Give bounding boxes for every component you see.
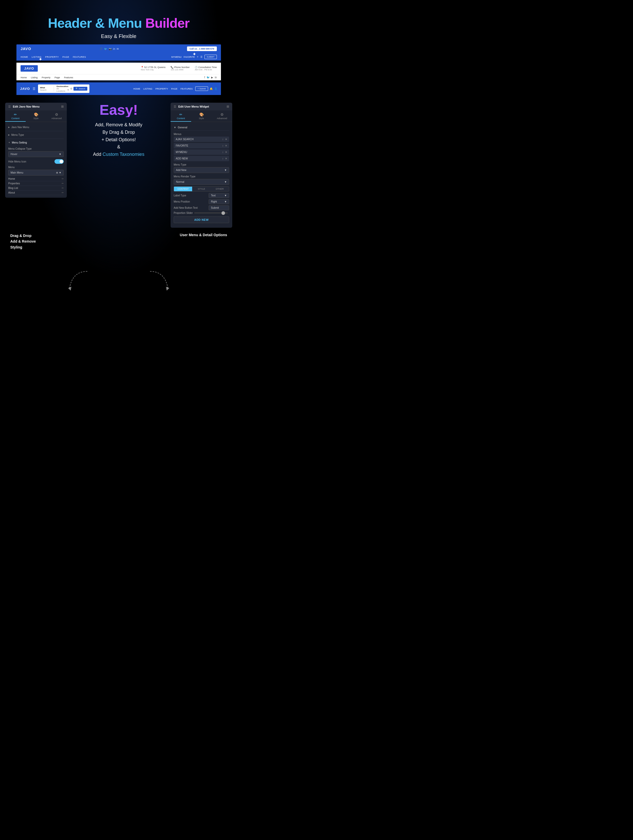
preview2-social: f🐦▶in bbox=[204, 76, 217, 79]
preview3-search-bar: What Search Geolocation All Locations ▼ … bbox=[38, 84, 89, 93]
left-panel-tabs: ✏ Content 🎨 Style ⚙ Advanced bbox=[5, 111, 67, 122]
left-panel-body: ▶ Javo Nav Menu ▶ Menu Type ▼ Menu Setti… bbox=[5, 122, 67, 198]
menu-select[interactable]: Main Menu ⊗ ▼ bbox=[8, 170, 64, 175]
hide-menu-label: Hide Menu Icon bbox=[8, 160, 26, 163]
right-panel-title: Edit User Menu Widget bbox=[178, 105, 209, 108]
delete-icon[interactable]: ✕ bbox=[225, 151, 227, 153]
hide-menu-toggle-row: Hide Menu Icon bbox=[8, 159, 64, 164]
content-tab[interactable]: CONTENT bbox=[174, 186, 192, 191]
preview1-logo: JAVO bbox=[21, 47, 31, 51]
tab-advanced-left[interactable]: ⚙ Advanced bbox=[46, 111, 67, 122]
tab-content-left[interactable]: ✏ Content bbox=[5, 111, 26, 122]
hero-subtitle: Easy & Flexible bbox=[5, 33, 232, 39]
preview1-phone: Call us . 1-888-589-579 bbox=[187, 46, 217, 51]
svg-marker-1 bbox=[166, 287, 169, 291]
reorder-icon[interactable]: ↕ bbox=[222, 138, 223, 141]
tab-style-right[interactable]: 🎨 Style bbox=[191, 111, 212, 122]
edit-icon[interactable]: ✏ bbox=[62, 177, 64, 180]
content-style-tabs: CONTENT STYLE OTHER bbox=[174, 186, 229, 191]
preview1-social: 🎵🐦📷in✉ bbox=[100, 47, 119, 51]
right-widget-panel: ☰ Edit User Menu Widget ⊞ ✏ Content 🎨 St… bbox=[171, 103, 232, 228]
section-menu-setting[interactable]: ▼ Menu Setting bbox=[8, 140, 64, 145]
menu-position-row: Menu Position Right ▼ bbox=[174, 199, 229, 204]
hero-title-blue: Header & Menu bbox=[48, 16, 142, 30]
menu-type-label: Menu Type bbox=[174, 163, 229, 166]
right-panel-icons: ⊞ bbox=[226, 105, 229, 108]
delete-icon[interactable]: ✕ bbox=[225, 144, 227, 147]
menu-entry-ajax: AJAX SEARCH ↕ ✕ bbox=[174, 137, 229, 142]
style-tab[interactable]: STYLE bbox=[192, 186, 210, 191]
preview3-submit-btn[interactable]: + Submit bbox=[195, 87, 208, 91]
right-panel-header: ☰ Edit User Menu Widget ⊞ bbox=[171, 103, 232, 111]
add-new-button-text-row: Add New Button Text Submit bbox=[174, 205, 229, 210]
label-type-row: Label Type Text ▼ bbox=[174, 193, 229, 198]
reorder-icon[interactable]: ↕ bbox=[222, 151, 223, 153]
preview2-logo: JAVO bbox=[21, 65, 38, 72]
general-section-header: ▼ General bbox=[174, 125, 229, 131]
star-decoration-left: ✦ bbox=[38, 57, 43, 62]
grid-icon-right[interactable]: ⊞ bbox=[226, 105, 229, 108]
hero-title-pink: Builder bbox=[145, 16, 189, 30]
bottom-label-right: User Menu & Detail Options bbox=[180, 233, 227, 250]
menu-entry-addnew: ADD NEW ↕ ✕ bbox=[174, 156, 229, 161]
right-panel-body: ▼ General Menus AJAX SEARCH ↕ ✕ FAVORITE bbox=[171, 122, 232, 228]
menu-item-bloglist: Blog List ✏ bbox=[8, 186, 64, 191]
menu-items-list: Home ✏ Properties ✏ Blog List ✏ About ✏ bbox=[8, 177, 64, 195]
delete-icon[interactable]: ✕ bbox=[225, 138, 227, 141]
right-panel-tabs: ✏ Content 🎨 Style ⚙ Advanced bbox=[171, 111, 232, 122]
left-panel-header: ☰ Edit Javo Nav Menu ⊞ bbox=[5, 103, 67, 111]
edit-icon[interactable]: ✏ bbox=[62, 191, 64, 194]
menu-render-type-select[interactable]: Normal ▼ bbox=[174, 179, 229, 185]
page-wrapper: Header & Menu Builder Easy & Flexible JA… bbox=[0, 0, 237, 315]
preview-header-3: JAVO ☰ What Search Geolocation All Locat… bbox=[16, 82, 221, 95]
svg-marker-0 bbox=[68, 287, 71, 291]
left-panel-icons: ⊞ bbox=[61, 105, 64, 108]
hamburger-icon: ☰ bbox=[33, 87, 35, 91]
delete-icon[interactable]: ✕ bbox=[225, 157, 227, 160]
menu-render-type-label: Menu Render Type bbox=[174, 175, 229, 178]
preview2-nav: Home Listing Property Page Features bbox=[21, 76, 73, 79]
preview1-nav: HOME LISTING PROPERTY PAGE FEATURES bbox=[21, 56, 86, 58]
add-new-btn-input[interactable]: Submit bbox=[209, 205, 229, 210]
reorder-icon[interactable]: ↕ bbox=[222, 157, 223, 160]
preview3-search-btn[interactable]: 🔍 Search bbox=[73, 87, 87, 91]
preview3-icons: + Submit 🔔 👤 bbox=[195, 87, 217, 91]
preview-header-2: JAVO 📍 52 177th St, Queens New York City… bbox=[16, 63, 221, 81]
content-tab-icon: ✏ bbox=[14, 112, 17, 117]
section-menu-type[interactable]: ▶ Menu Type bbox=[8, 132, 64, 137]
preview-header-1: JAVO 🎵🐦📷in✉ Call us . 1-888-589-579 HOME… bbox=[16, 44, 221, 61]
left-panel-title: Edit Javo Nav Menu bbox=[13, 105, 40, 108]
add-new-button[interactable]: ADD NEW bbox=[174, 216, 229, 223]
tab-content-right[interactable]: ✏ Content bbox=[171, 111, 191, 122]
proportion-slider[interactable] bbox=[194, 213, 228, 213]
grid-icon[interactable]: ⊞ bbox=[61, 105, 64, 108]
widgets-section: ☰ Edit Javo Nav Menu ⊞ ✏ Content 🎨 Style… bbox=[5, 103, 232, 228]
proportion-slider-row: Proportion Slider bbox=[174, 212, 229, 214]
tab-style-left[interactable]: 🎨 Style bbox=[26, 111, 46, 122]
tab-advanced-right[interactable]: ⚙ Advanced bbox=[212, 111, 232, 122]
menu-entry-favorite: FAVORITE ↕ ✕ bbox=[174, 143, 229, 148]
edit-icon[interactable]: ✏ bbox=[62, 186, 64, 189]
preview1-submit-btn[interactable]: SUBMIT bbox=[204, 55, 217, 59]
section-javo-nav-menu[interactable]: ▶ Javo Nav Menu bbox=[8, 125, 64, 130]
menu-position-select[interactable]: Right ▼ bbox=[209, 199, 229, 204]
menu-entries-list: AJAX SEARCH ↕ ✕ FAVORITE ↕ ✕ bbox=[174, 137, 229, 161]
menu-label: Menu bbox=[8, 166, 64, 169]
style-tab-icon: 🎨 bbox=[34, 112, 38, 117]
highlight-text: Custom Taxonomies bbox=[103, 152, 144, 157]
edit-icon[interactable]: ✏ bbox=[62, 182, 64, 185]
center-text: Easy! Add, Remove & Modify By Drag & Dro… bbox=[67, 103, 171, 158]
hero-title: Header & Menu Builder bbox=[5, 16, 232, 31]
label-type-select[interactable]: Text ▼ bbox=[209, 193, 229, 198]
easy-text: Easy! bbox=[72, 103, 165, 117]
reorder-icon[interactable]: ↕ bbox=[222, 144, 223, 147]
other-tab[interactable]: OTHER bbox=[210, 186, 229, 191]
hide-menu-toggle[interactable] bbox=[54, 159, 64, 164]
menu-item-properties: Properties ✏ bbox=[8, 181, 64, 186]
right-arrow-decoration bbox=[145, 269, 171, 294]
menu-type-select[interactable]: Add New ▼ bbox=[174, 167, 229, 173]
advanced-tab-icon-right: ⚙ bbox=[220, 112, 224, 117]
left-widget-panel: ☰ Edit Javo Nav Menu ⊞ ✏ Content 🎨 Style… bbox=[5, 103, 67, 198]
menu-collapse-select[interactable]: Hover ▼ bbox=[8, 151, 64, 157]
preview3-logo: JAVO bbox=[20, 87, 30, 91]
